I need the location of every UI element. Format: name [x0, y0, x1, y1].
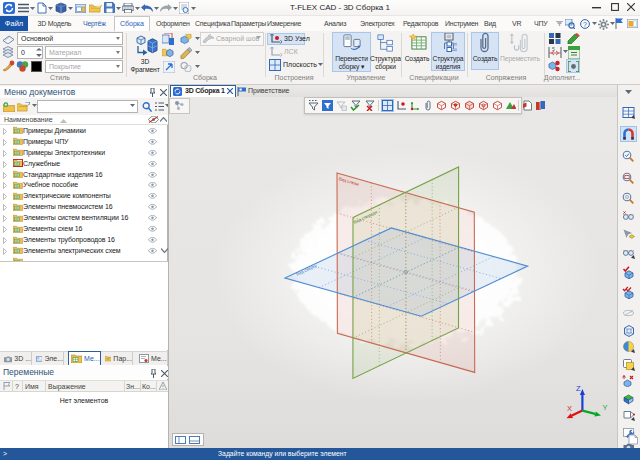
- svg-text:?: ?: [583, 21, 587, 28]
- svg-text:Z: Z: [576, 384, 581, 393]
- svg-text:5: 5: [552, 47, 555, 52]
- svg-text:Y: Y: [603, 403, 608, 412]
- svg-text:X: X: [567, 404, 572, 413]
